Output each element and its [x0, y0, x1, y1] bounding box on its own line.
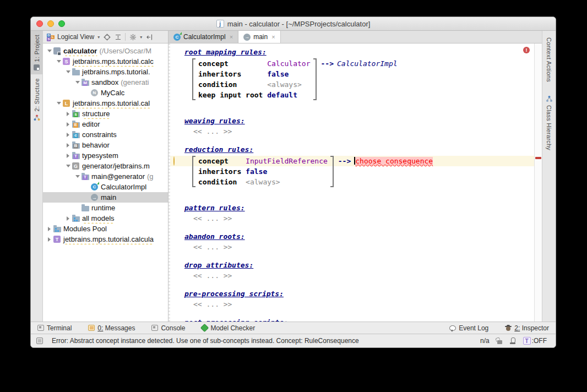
- tool-tab-structure[interactable]: 2: Structure: [31, 74, 42, 124]
- section-title[interactable]: weaving rules:: [184, 116, 534, 126]
- tree-item-sandbox[interactable]: M sandbox (generati: [43, 77, 168, 88]
- section-title[interactable]: post-processing scripts:: [184, 317, 534, 322]
- rule-value[interactable]: false: [267, 70, 289, 78]
- title-bar: j main - calculator - [~/MPSProjects/cal…: [31, 17, 556, 31]
- section-title[interactable]: abandon roots:: [184, 231, 534, 242]
- tool-button-label: Terminal: [47, 324, 72, 332]
- section-title[interactable]: reduction rules:: [184, 144, 534, 155]
- locate-icon[interactable]: [103, 33, 111, 41]
- typesystem-toggle[interactable]: T :OFF: [523, 337, 547, 345]
- rule-value[interactable]: default: [267, 91, 297, 99]
- expand-arrow-icon[interactable]: [55, 60, 62, 63]
- tree-item-language-module[interactable]: L jetbrains.mps.tutorial.cal: [43, 98, 168, 108]
- structure-tab-label: 2: Structure: [34, 78, 40, 111]
- tree-item-main[interactable]: → main: [43, 192, 168, 203]
- section-title[interactable]: drop attributes:: [184, 260, 534, 270]
- section-reduction-rules: reduction rules: conceptInputFieldRefere…: [184, 144, 534, 187]
- empty-cell[interactable]: << ... >>: [184, 126, 534, 137]
- rule-value[interactable]: false: [246, 167, 267, 176]
- mps-window: j main - calculator - [~/MPSProjects/cal…: [30, 17, 556, 348]
- tree-item-structure[interactable]: s structure: [43, 108, 168, 119]
- tree-item-solution-module[interactable]: S jetbrains.mps.tutorial.calc: [43, 56, 168, 67]
- expand-arrow-icon[interactable]: [64, 70, 72, 73]
- tool-button-event-log[interactable]: Event Log: [449, 324, 488, 332]
- tree-item-mycalc[interactable]: N MyCalc: [43, 88, 168, 98]
- tool-button-model-checker[interactable]: Model Checker: [202, 324, 255, 332]
- empty-cell[interactable]: << ... >>: [184, 270, 534, 281]
- expand-arrow-icon[interactable]: [46, 237, 53, 242]
- rule-value[interactable]: <always>: [246, 178, 280, 186]
- tool-button-inspector[interactable]: 2: Inspector: [505, 324, 549, 332]
- expand-arrow-icon[interactable]: [64, 216, 72, 221]
- tree-item-constraints[interactable]: c constraints: [43, 129, 168, 140]
- error-stripe-mark[interactable]: [535, 157, 541, 159]
- intention-bulb-icon[interactable]: [173, 157, 180, 165]
- settings-icon[interactable]: [129, 33, 137, 41]
- unlock-icon[interactable]: [497, 340, 502, 344]
- tree-item-calculatorimpl[interactable]: C CalculatorImpl: [43, 182, 168, 192]
- tool-button-messages[interactable]: 0: Messages: [88, 324, 135, 332]
- expand-arrow-icon[interactable]: [74, 175, 81, 178]
- expand-arrow-icon[interactable]: [46, 227, 53, 231]
- model-checker-icon: [200, 324, 209, 333]
- constraints-aspect-icon: c: [72, 131, 80, 139]
- expand-arrow-icon[interactable]: [46, 50, 53, 52]
- section-title[interactable]: pattern rules:: [184, 203, 534, 213]
- highlighting-level-icon[interactable]: [510, 337, 515, 344]
- tool-button-console[interactable]: Console: [151, 324, 185, 332]
- root-mapping-rule-block[interactable]: conceptCalculator inheritorsfalse condit…: [192, 58, 534, 100]
- tree-item-all-models[interactable]: all models: [43, 213, 168, 224]
- hide-panel-icon[interactable]: [145, 33, 153, 41]
- right-tool-rail: Context Actions Class Hierarchy: [542, 31, 556, 322]
- tool-tab-project[interactable]: 1: Project: [31, 31, 42, 74]
- tree-item-generator[interactable]: G generator/jetbrains.m: [43, 161, 168, 171]
- toggle-tool-windows-icon[interactable]: [36, 337, 43, 344]
- tool-tab-context-actions[interactable]: Context Actions: [546, 37, 552, 82]
- tree-item-main-generator-model[interactable]: T main@generator (g: [43, 171, 168, 182]
- expand-arrow-icon[interactable]: [64, 133, 72, 137]
- messages-icon: [88, 325, 95, 331]
- error-indicator-icon[interactable]: !: [523, 47, 530, 53]
- rule-consequence[interactable]: CalculatorImpl: [337, 59, 398, 68]
- expand-arrow-icon[interactable]: [55, 102, 62, 105]
- expand-arrow-icon[interactable]: [64, 165, 72, 167]
- left-tool-rail: 1: Project 2: Structure: [31, 31, 43, 322]
- mapping-configuration-editor[interactable]: ! root mapping rules: conceptCalculator …: [169, 43, 542, 322]
- rule-value[interactable]: InputFieldReference: [246, 157, 328, 165]
- expand-arrow-icon[interactable]: [74, 81, 81, 84]
- section-title[interactable]: root mapping rules:: [184, 47, 534, 57]
- expand-arrow-icon[interactable]: [64, 112, 72, 116]
- view-selector[interactable]: Logical View: [57, 33, 94, 41]
- tree-item-behavior[interactable]: B behavior: [43, 140, 168, 150]
- tool-tab-class-hierarchy[interactable]: Class Hierarchy: [546, 95, 553, 150]
- tree-item-folder[interactable]: jetbrains.mps.tutorial.: [43, 67, 168, 77]
- bracket-left: [192, 58, 195, 100]
- modules-pool-folder-icon: [53, 225, 61, 233]
- tool-button-terminal[interactable]: Terminal: [37, 324, 72, 332]
- empty-cell[interactable]: << ... >>: [184, 299, 534, 309]
- tree-item-typesystem[interactable]: T typesystem: [43, 150, 168, 161]
- tab-calculatorimpl[interactable]: C CalculatorImpl ×: [169, 31, 238, 43]
- rule-value[interactable]: Calculator: [267, 59, 310, 68]
- tree-item-language-calculator[interactable]: T jetbrains.mps.tutorial.calcula: [43, 234, 168, 244]
- error-stripe-scrollbar[interactable]: [534, 43, 542, 322]
- tree-item-calculator[interactable]: calculator (/Users/Oscar/M: [43, 46, 168, 56]
- reduction-rule-block[interactable]: conceptInputFieldReference inheritorsfal…: [192, 156, 534, 187]
- project-view-toolbar: DSL Logical View ▾ ▾: [43, 31, 169, 43]
- tree-item-modules-pool[interactable]: Modules Pool: [43, 224, 168, 234]
- error-cell[interactable]: choose consequence: [355, 157, 433, 165]
- empty-cell[interactable]: << ... >>: [184, 242, 534, 252]
- expand-arrow-icon[interactable]: [64, 143, 72, 148]
- tab-main[interactable]: → main ×: [238, 31, 280, 43]
- close-icon[interactable]: ×: [230, 34, 233, 40]
- expand-arrow-icon[interactable]: [64, 122, 72, 127]
- tree-item-editor[interactable]: E editor: [43, 119, 168, 129]
- expand-arrow-icon[interactable]: [64, 154, 72, 158]
- editor-content[interactable]: root mapping rules: conceptCalculator in…: [169, 43, 534, 322]
- close-icon[interactable]: ×: [271, 34, 275, 40]
- collapse-all-icon[interactable]: [114, 33, 122, 41]
- empty-cell[interactable]: << ... >>: [184, 213, 534, 224]
- section-title[interactable]: pre-processing scripts:: [184, 288, 534, 299]
- tree-item-runtime[interactable]: runtime: [43, 203, 168, 213]
- rule-value[interactable]: <always>: [267, 80, 302, 89]
